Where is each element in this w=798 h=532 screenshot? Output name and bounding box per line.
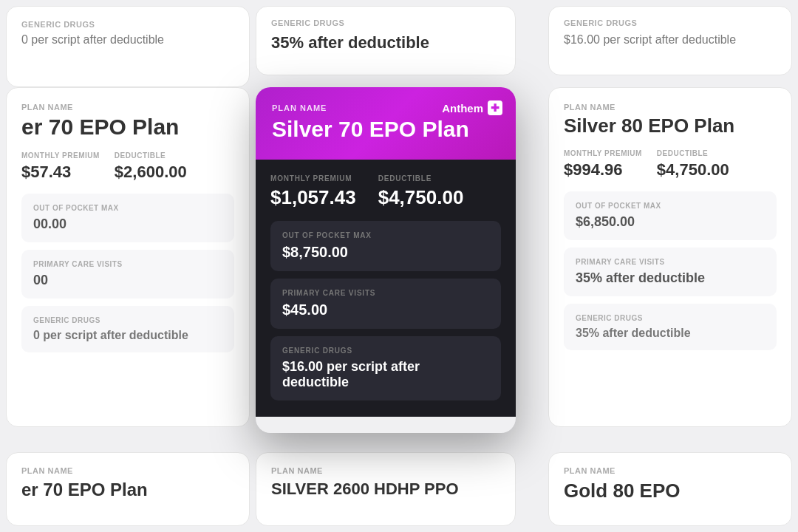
featured-oop-box: OUT OF POCKET MAX $8,750.00	[270, 221, 501, 271]
featured-deductible-value: $4,750.00	[378, 186, 464, 209]
right-generic-value: 35% after deductible	[576, 327, 765, 340]
left-generic-value: 0 per script after deductible	[33, 329, 222, 342]
bottom-center-card: PLAN NAME SILVER 2600 HDHP PPO	[256, 452, 516, 526]
bottom-right-plan-name: Gold 80 EPO	[564, 480, 777, 502]
left-oop-value: 00.00	[33, 216, 222, 232]
featured-premium-block: MONTHLY PREMIUM $1,057.43	[270, 174, 356, 209]
anthem-text: Anthem	[442, 102, 483, 115]
featured-plan-name: Silver 70 EPO Plan	[272, 117, 499, 142]
featured-deductible-block: DEDUCTIBLE $4,750.00	[378, 174, 464, 209]
anthem-cross-icon: ✚	[488, 100, 502, 115]
featured-premium-label: MONTHLY PREMIUM	[270, 174, 356, 183]
featured-oop-value: $8,750.00	[282, 244, 489, 261]
featured-oop-label: OUT OF POCKET MAX	[282, 231, 489, 239]
right-premium-block: MONTHLY PREMIUM $994.96	[564, 149, 642, 180]
left-deductible-value: $2,600.00	[115, 163, 187, 182]
right-plan-name: Silver 80 EPO Plan	[564, 115, 777, 137]
featured-generic-label: GENERIC DRUGS	[282, 347, 489, 355]
left-main-card: PLAN NAME er 70 EPO Plan MONTHLY PREMIUM…	[6, 87, 250, 427]
bottom-right-plan-label: PLAN NAME	[564, 466, 777, 475]
left-generic-label: GENERIC DRUGS	[33, 316, 222, 324]
right-pcv-value: 35% after deductible	[576, 270, 765, 286]
featured-deductible-label: DEDUCTIBLE	[378, 174, 464, 183]
featured-pcv-value: $45.00	[282, 301, 489, 318]
right-deductible-block: DEDUCTIBLE $4,750.00	[657, 149, 729, 180]
right-oop-value: $6,850.00	[576, 214, 765, 230]
bottom-left-plan-label: PLAN NAME	[21, 466, 234, 475]
left-deductible-label: DEDUCTIBLE	[115, 151, 187, 160]
top-right-card: GENERIC DRUGS $16.00 per script after de…	[548, 6, 792, 75]
bottom-center-plan-label: PLAN NAME	[271, 466, 500, 475]
top-center-generic-value: 35% after deductible	[271, 33, 500, 52]
left-oop-label: OUT OF POCKET MAX	[33, 204, 222, 212]
top-center-generic-label: GENERIC DRUGS	[271, 18, 500, 27]
featured-generic-box: GENERIC DRUGS $16.00 per script after de…	[270, 336, 501, 400]
left-pcv-label: PRIMARY CARE VISITS	[33, 260, 222, 268]
left-pcv-value: 00	[33, 273, 222, 288]
right-deductible-value: $4,750.00	[657, 160, 729, 180]
top-left-card: GENERIC DRUGS 0 per script after deducti…	[6, 6, 250, 87]
right-oop-label: OUT OF POCKET MAX	[576, 202, 765, 210]
featured-generic-value: $16.00 per script after deductible	[282, 359, 489, 390]
right-pcv-label: PRIMARY CARE VISITS	[576, 258, 765, 266]
bottom-right-card: PLAN NAME Gold 80 EPO	[548, 452, 792, 526]
left-deductible-block: DEDUCTIBLE $2,600.00	[115, 151, 187, 182]
featured-pcv-label: PRIMARY CARE VISITS	[282, 289, 489, 297]
right-premium-label: MONTHLY PREMIUM	[564, 149, 642, 157]
left-premium-value: $57.43	[21, 163, 100, 182]
featured-body: MONTHLY PREMIUM $1,057.43 DEDUCTIBLE $4,…	[256, 160, 516, 417]
featured-premium-value: $1,057.43	[270, 186, 356, 209]
right-deductible-label: DEDUCTIBLE	[657, 149, 729, 157]
left-plan-name: er 70 EPO Plan	[21, 115, 234, 140]
bottom-left-plan-name: er 70 EPO Plan	[21, 480, 234, 500]
right-premium-value: $994.96	[564, 160, 642, 180]
right-main-card: PLAN NAME Silver 80 EPO Plan MONTHLY PRE…	[548, 87, 792, 427]
left-premium-block: MONTHLY PREMIUM $57.43	[21, 151, 100, 182]
bottom-center-plan-name: SILVER 2600 HDHP PPO	[271, 480, 500, 499]
right-generic-label: GENERIC DRUGS	[576, 314, 765, 322]
top-left-generic-value: 0 per script after deductible	[21, 33, 234, 47]
top-right-generic-value: $16.00 per script after deductible	[564, 33, 777, 47]
left-plan-label: PLAN NAME	[21, 103, 234, 112]
anthem-logo: Anthem ✚	[442, 100, 502, 115]
right-plan-label: PLAN NAME	[564, 103, 777, 112]
top-right-generic-label: GENERIC DRUGS	[564, 18, 777, 27]
top-center-card: GENERIC DRUGS 35% after deductible	[256, 6, 516, 75]
featured-pcv-box: PRIMARY CARE VISITS $45.00	[270, 279, 501, 329]
bottom-left-card: PLAN NAME er 70 EPO Plan	[6, 452, 250, 526]
featured-card[interactable]: Anthem ✚ PLAN NAME Silver 70 EPO Plan MO…	[256, 87, 516, 433]
left-premium-label: MONTHLY PREMIUM	[21, 151, 100, 160]
featured-header: Anthem ✚ PLAN NAME Silver 70 EPO Plan	[256, 87, 516, 160]
top-left-generic-label: GENERIC DRUGS	[21, 20, 234, 29]
